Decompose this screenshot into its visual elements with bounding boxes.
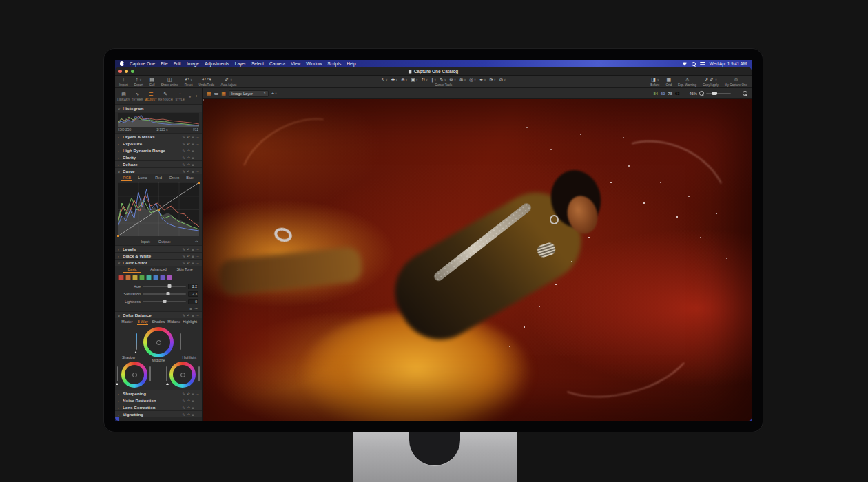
tab-overflow-icon[interactable]: ⋮: [193, 94, 200, 98]
pan-tool[interactable]: ✚∨: [391, 77, 397, 83]
panel-header[interactable]: › Lens Correction ✎ ↶ ≡ ⋯: [115, 404, 202, 410]
color-swatch[interactable]: [160, 275, 165, 280]
grid-button[interactable]: ▦ Grid: [666, 76, 672, 87]
annotate-tool[interactable]: ✑∨: [489, 77, 495, 83]
panel-more-icon[interactable]: ⋯: [196, 142, 199, 146]
panel-menu-icon[interactable]: ≡: [192, 156, 194, 160]
panel-header[interactable]: › High Dynamic Range ✎ ↶ ≡ ⋯: [115, 147, 202, 154]
panel-more-icon[interactable]: ⋯: [196, 163, 199, 167]
menu-item[interactable]: Scripts: [327, 61, 341, 66]
panel-menu-icon[interactable]: ≡: [192, 392, 194, 396]
panel-edit-icon[interactable]: ✎: [183, 313, 185, 317]
panel-edit-icon[interactable]: ✎: [183, 399, 185, 403]
panel-header-color-editor[interactable]: ∨ Color Editor ✎ ↶ ≡ ⋯: [115, 259, 202, 266]
panel-menu-icon[interactable]: ≡: [192, 399, 194, 403]
menu-item[interactable]: View: [291, 61, 300, 66]
panel-more-icon[interactable]: ⋯: [196, 169, 199, 174]
panel-more-icon[interactable]: ⋯: [196, 149, 199, 153]
panel-menu-icon[interactable]: ≡: [192, 406, 194, 410]
panel-edit-icon[interactable]: ✎: [183, 142, 185, 146]
panel-reset-icon[interactable]: ↶: [187, 149, 189, 153]
curve-point-mid[interactable]: [158, 209, 160, 211]
panel-header[interactable]: › Exposure ✎ ↶ ≡ ⋯: [115, 140, 202, 147]
panel-reset-icon[interactable]: ↶: [187, 247, 189, 251]
panel-menu-icon[interactable]: ≡: [192, 247, 194, 251]
crop-tool[interactable]: ▣∨: [411, 77, 418, 83]
rotate-tool[interactable]: ↻∨: [422, 77, 428, 83]
panel-reset-icon[interactable]: ↶: [187, 261, 189, 265]
curve-tab[interactable]: Blue: [182, 176, 198, 180]
spot-removal-tool[interactable]: ⊘∨: [499, 77, 506, 83]
panel-menu-icon[interactable]: ≡: [192, 412, 194, 417]
panel-header-curve[interactable]: ∨ Curve ✎ ↶ ≡ ⋯: [115, 167, 202, 174]
panel-edit-icon[interactable]: ✎: [183, 247, 185, 251]
panel-more-icon[interactable]: ⋯: [196, 261, 199, 265]
color-editor-tab[interactable]: Advanced: [145, 267, 172, 272]
menu-item[interactable]: Capture One: [130, 61, 155, 66]
color-swatch[interactable]: [125, 275, 131, 280]
panel-reset-icon[interactable]: ↶: [187, 392, 189, 396]
color-balance-tab[interactable]: Shadow: [151, 319, 167, 324]
curve-tab[interactable]: RGB: [119, 176, 135, 180]
panel-edit-icon[interactable]: ✎: [183, 261, 185, 265]
curve-picker-icon[interactable]: ✑: [195, 239, 198, 244]
panel-more-icon[interactable]: ⋯: [196, 156, 199, 160]
slider-track[interactable]: [143, 293, 186, 295]
exposure-warning-button[interactable]: ⚠ Exp. Warning: [678, 76, 696, 87]
straighten-tool[interactable]: ∥∨: [431, 77, 436, 83]
panel-reset-icon[interactable]: ↶: [187, 135, 189, 139]
panel-header[interactable]: › Black & White ✎ ↶ ≡ ⋯: [115, 252, 202, 259]
curve-point-highlight[interactable]: [198, 182, 200, 184]
panel-edit-icon[interactable]: ✎: [183, 392, 185, 396]
color-swatch[interactable]: [118, 275, 124, 280]
zoom-slider-thumb[interactable]: [712, 92, 717, 95]
tab-style[interactable]: ◔STYLE: [174, 92, 187, 101]
midtone-left-slider[interactable]: [136, 333, 137, 350]
loupe-icon[interactable]: [743, 91, 747, 96]
slider-track[interactable]: [143, 286, 186, 287]
panel-menu-icon[interactable]: ≡: [192, 313, 194, 317]
add-layer-button[interactable]: + ∨: [271, 91, 277, 96]
panel-menu-icon[interactable]: ≡: [192, 149, 194, 153]
panel-reset-icon[interactable]: ↶: [187, 412, 189, 417]
panel-menu-icon[interactable]: ≡: [192, 163, 194, 167]
panel-menu-icon[interactable]: ≡: [192, 261, 194, 265]
panel-header[interactable]: › Dehaze ✎ ↶ ≡ ⋯: [115, 160, 202, 167]
panel-reset-icon[interactable]: ↶: [187, 399, 189, 403]
copy-apply-button[interactable]: ↗✐∨ Copy/Apply: [703, 76, 719, 87]
highlight-right-slider[interactable]: [198, 366, 200, 381]
export-button[interactable]: ↑∨ Export: [134, 76, 143, 87]
slider-value[interactable]: 2.3: [188, 291, 198, 297]
menu-item[interactable]: File: [161, 61, 167, 66]
midtone-right-slider[interactable]: [180, 333, 181, 350]
panel-more-icon[interactable]: ⋯: [196, 135, 199, 139]
slider-thumb[interactable]: [163, 300, 166, 303]
color-balance-tab[interactable]: 3-Way: [135, 319, 151, 324]
panel-header[interactable]: › Vignetting ✎ ↶ ≡ ⋯: [115, 410, 202, 417]
color-swatch[interactable]: [167, 275, 172, 280]
close-button[interactable]: [118, 70, 122, 73]
panel-reset-icon[interactable]: ↶: [187, 156, 189, 160]
slider-thumb[interactable]: [166, 292, 169, 295]
menu-item[interactable]: Layer: [235, 61, 246, 66]
photo-viewer-canvas[interactable]: [203, 99, 752, 421]
menu-item[interactable]: Camera: [269, 61, 285, 66]
clone-tool[interactable]: ◎∨: [469, 77, 476, 83]
slider-thumb[interactable]: [168, 284, 172, 288]
multi-view-icon[interactable]: ▦: [207, 91, 211, 96]
menu-bar-clock[interactable]: Wed Apr 1 9:41 AM: [710, 61, 747, 66]
panel-menu-icon[interactable]: ≡: [192, 142, 194, 146]
panel-edit-icon[interactable]: ✎: [183, 163, 185, 167]
auto-adjust-button[interactable]: ✐∨ Auto Adjust: [220, 76, 236, 87]
midtone-wheel[interactable]: [143, 327, 174, 357]
panel-header[interactable]: › Clarity ✎ ↶ ≡ ⋯: [115, 154, 202, 160]
slider-value[interactable]: 2.2: [188, 284, 198, 289]
histogram-graph[interactable]: [118, 113, 199, 127]
highlight-left-slider[interactable]: [166, 366, 167, 381]
tab-library[interactable]: ▤LIBRARY: [117, 92, 130, 101]
curve-point-shadow[interactable]: [117, 235, 119, 237]
shadow-wheel[interactable]: [121, 362, 147, 388]
curve-tab[interactable]: Luma: [135, 176, 151, 180]
panel-reset-icon[interactable]: ↶: [187, 163, 189, 167]
filmstrip-view-icon[interactable]: ▦: [221, 91, 226, 96]
